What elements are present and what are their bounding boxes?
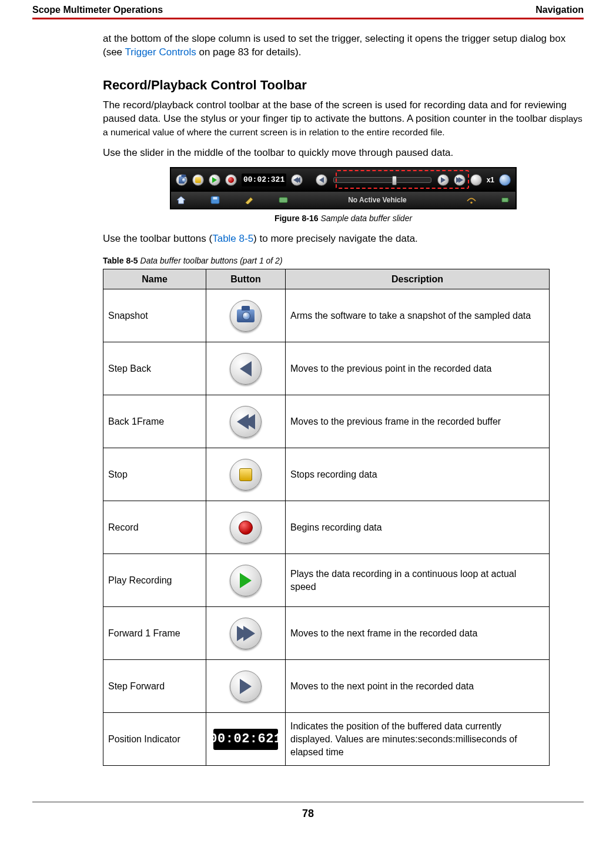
home-icon[interactable] bbox=[176, 196, 186, 204]
toolbar-top-row: 00:02:321 x1 bbox=[171, 168, 515, 192]
paragraph-3: Use the toolbar buttons (Table 8-5) to m… bbox=[103, 232, 584, 246]
continued-paragraph: at the bottom of the slope column is use… bbox=[103, 32, 584, 59]
record-icon bbox=[230, 512, 262, 543]
svg-rect-3 bbox=[279, 198, 287, 203]
step-forward-button[interactable] bbox=[437, 174, 449, 186]
cell-button bbox=[206, 395, 286, 448]
cell-button: 00:02:621 bbox=[206, 713, 286, 766]
cell-name: Back 1Frame bbox=[103, 395, 206, 448]
camera-icon bbox=[179, 176, 185, 184]
col-header-name: Name bbox=[103, 269, 206, 289]
cell-description: Arms the software to take a snapshot of … bbox=[286, 289, 550, 342]
zoom-level-label: x1 bbox=[487, 175, 494, 185]
play-icon bbox=[230, 565, 262, 596]
position-indicator-icon: 00:02:621 bbox=[213, 729, 278, 750]
figure-caption: Figure 8-16 Sample data buffer slider bbox=[103, 213, 584, 224]
cell-button bbox=[206, 289, 286, 342]
col-header-button: Button bbox=[206, 269, 286, 289]
table-row: Play RecordingPlays the data recording i… bbox=[103, 554, 550, 607]
step-forward-icon bbox=[230, 671, 262, 702]
paragraph-2: Use the slider in the middle of the tool… bbox=[103, 146, 584, 160]
module-icon[interactable] bbox=[278, 196, 289, 204]
text: The record/playback control toolbar at t… bbox=[103, 99, 567, 124]
table-row: Back 1FrameMoves to the previous frame i… bbox=[103, 395, 550, 448]
save-icon[interactable] bbox=[210, 196, 220, 204]
rewind-icon bbox=[293, 177, 300, 183]
svg-rect-5 bbox=[502, 198, 508, 202]
text: Use the toolbar buttons ( bbox=[103, 233, 212, 244]
tool-icon[interactable] bbox=[244, 196, 255, 204]
cell-button bbox=[206, 448, 286, 501]
record-button[interactable] bbox=[225, 174, 237, 186]
table-row: SnapshotArms the software to take a snap… bbox=[103, 289, 550, 342]
table-row: Step ForwardMoves to the next point in t… bbox=[103, 660, 550, 713]
page-number: 78 bbox=[0, 806, 616, 821]
header-left: Scope Multimeter Operations bbox=[32, 4, 163, 16]
cell-name: Record bbox=[103, 501, 206, 554]
svg-marker-0 bbox=[177, 196, 185, 204]
snapshot-icon bbox=[230, 300, 262, 332]
figure-8-16: 00:02:321 x1 bbox=[103, 167, 584, 209]
text: on page 83 for details). bbox=[196, 46, 302, 58]
cell-button bbox=[206, 607, 286, 660]
cell-name: Forward 1 Frame bbox=[103, 607, 206, 660]
next-icon bbox=[441, 177, 446, 183]
cell-button bbox=[206, 554, 286, 607]
figure-title: Sample data buffer slider bbox=[319, 214, 413, 223]
header-rule bbox=[32, 18, 584, 19]
cell-name: Position Indicator bbox=[103, 713, 206, 766]
zoom-button[interactable] bbox=[499, 174, 511, 186]
paragraph-1: The record/playback control toolbar at t… bbox=[103, 99, 584, 139]
table-caption: Table 8-5 Data buffer toolbar buttons (p… bbox=[103, 255, 584, 266]
cell-name: Stop bbox=[103, 448, 206, 501]
cell-name: Step Back bbox=[103, 342, 206, 395]
stop-button[interactable] bbox=[192, 174, 204, 186]
step-back-button[interactable] bbox=[316, 174, 327, 186]
col-header-description: Description bbox=[286, 269, 550, 289]
cell-description: Plays the data recording in a continuous… bbox=[286, 554, 550, 607]
power-icon bbox=[500, 196, 511, 204]
prev-icon bbox=[319, 177, 324, 183]
forward-1-frame-icon bbox=[230, 618, 262, 649]
snapshot-button[interactable] bbox=[176, 174, 188, 186]
cell-button bbox=[206, 660, 286, 713]
cell-description: Begins recording data bbox=[286, 501, 550, 554]
data-buffer-toolbar-table: Name Button Description SnapshotArms the… bbox=[103, 269, 550, 766]
svg-point-4 bbox=[470, 202, 473, 204]
cell-description: Moves to the previous frame in the recor… bbox=[286, 395, 550, 448]
cell-name: Snapshot bbox=[103, 289, 206, 342]
link-table-8-5[interactable]: Table 8-5 bbox=[212, 233, 253, 244]
link-trigger-controls[interactable]: Trigger Controls bbox=[125, 46, 196, 58]
svg-rect-2 bbox=[213, 197, 217, 199]
position-indicator: 00:02:321 bbox=[242, 174, 286, 186]
table-title: Data buffer toolbar buttons (part 1 of 2… bbox=[138, 256, 283, 265]
header-right: Navigation bbox=[535, 4, 584, 16]
cell-button bbox=[206, 342, 286, 395]
back-1-frame-button[interactable] bbox=[291, 174, 303, 186]
toolbar-illustration: 00:02:321 x1 bbox=[170, 167, 517, 209]
cell-name: Step Forward bbox=[103, 660, 206, 713]
table-row: RecordBegins recording data bbox=[103, 501, 550, 554]
section-title: Record/Playback Control Toolbar bbox=[103, 76, 584, 94]
cell-description: Stops recording data bbox=[286, 448, 550, 501]
table-row: Position Indicator00:02:621Indicates the… bbox=[103, 713, 550, 766]
cell-button bbox=[206, 501, 286, 554]
data-buffer-slider[interactable] bbox=[333, 177, 431, 183]
forward-1-frame-button[interactable] bbox=[454, 174, 466, 186]
back-1-frame-icon bbox=[230, 406, 262, 438]
cell-description: Indicates the position of the buffered d… bbox=[286, 713, 550, 766]
table-row: Step BackMoves to the previous point in … bbox=[103, 342, 550, 395]
text: ) to more precisely navigate the data. bbox=[253, 233, 418, 244]
status-text: No Active Vehicle bbox=[312, 195, 443, 205]
page-header: Scope Multimeter Operations Navigation bbox=[32, 0, 584, 18]
play-button[interactable] bbox=[209, 174, 220, 186]
svg-rect-6 bbox=[508, 199, 509, 201]
slider-handle[interactable] bbox=[392, 176, 397, 185]
play-icon bbox=[212, 177, 217, 183]
toolbar-status-row: No Active Vehicle bbox=[171, 192, 515, 208]
record-icon bbox=[228, 177, 234, 183]
cell-description: Moves to the previous point in the recor… bbox=[286, 342, 550, 395]
fast-forward-icon bbox=[456, 177, 463, 183]
cell-description: Moves to the next frame in the recorded … bbox=[286, 607, 550, 660]
save-button[interactable] bbox=[470, 174, 482, 186]
